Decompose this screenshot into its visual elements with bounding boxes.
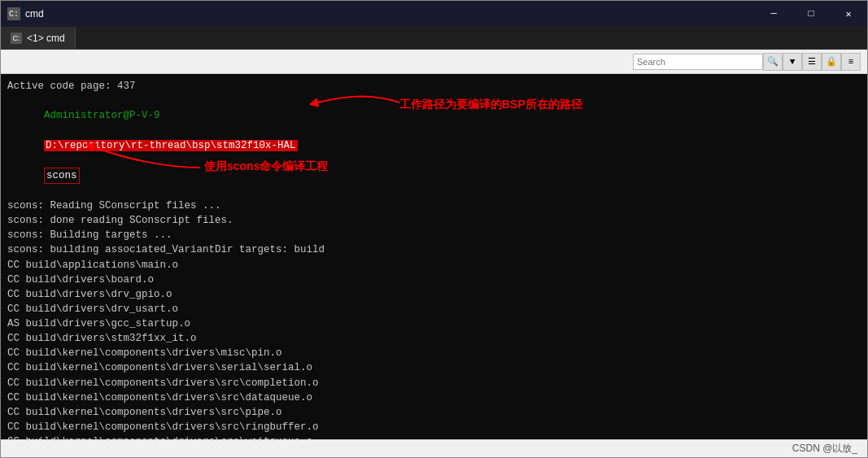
scons-command: scons [44,168,80,184]
terminal-line: scons: Reading SConscript files ... [7,198,861,213]
prompt-end [44,155,50,166]
terminal-line: CC build\kernel\components\drivers\seria… [7,360,861,375]
terminal-output: scons: Reading SConscript files ...scons… [7,198,861,439]
window: C: cmd ─ □ ✕ C: <1> cmd 🔍 ▼ ☰ 🔒 ≡ Active… [0,0,868,458]
search-input[interactable] [633,54,763,70]
terminal-line: AS build\drivers\gcc_startup.o [7,316,861,331]
view-button[interactable]: ☰ [802,53,822,71]
columns-button[interactable]: ≡ [841,53,861,71]
terminal-line: CC build\drivers\stm32f1xx_it.o [7,331,861,346]
search-box: 🔍 ▼ ☰ 🔒 ≡ [633,53,861,71]
lock-button[interactable]: 🔒 [822,53,841,71]
terminal-line: CC build\kernel\components\drivers\src\w… [7,434,861,439]
terminal-line-codepage: Active code page: 437 [7,79,861,94]
terminal-prompt-line: Administrator@P-V-9 D:\repository\rt-thr… [7,94,861,198]
bottom-bar: CSDN @以放_ [1,439,867,457]
terminal: Active code page: 437 Administrator@P-V-… [1,74,867,439]
prompt-user: Administrator@P-V-9 [44,110,160,121]
dropdown-button[interactable]: ▼ [783,53,802,71]
terminal-line: CC build\drivers\board.o [7,273,861,287]
terminal-line: CC build\kernel\components\drivers\src\c… [7,376,861,390]
window-title: cmd [25,8,44,20]
tab-bar: C: <1> cmd [1,27,867,50]
tab-icon: C: [11,33,22,44]
terminal-line: CC build\drivers\drv_usart.o [7,302,861,316]
search-button[interactable]: 🔍 [763,53,783,71]
tab-label: <1> cmd [27,33,65,44]
terminal-line: CC build\drivers\drv_gpio.o [7,287,861,302]
prompt-path: D:\repository\rt-thread\bsp\stm32f10x-HA… [44,140,298,151]
terminal-line: CC build\applications\main.o [7,258,861,273]
terminal-line: CC build\kernel\components\drivers\src\p… [7,405,861,420]
terminal-line: CC build\kernel\components\drivers\src\r… [7,420,861,434]
terminal-line: CC build\kernel\components\drivers\misc\… [7,346,861,360]
terminal-line: scons: Building targets ... [7,228,861,242]
watermark: CSDN @以放_ [792,442,857,456]
window-controls: ─ □ ✕ [755,1,867,27]
terminal-line: CC build\kernel\components\drivers\src\d… [7,390,861,405]
prompt-space [44,124,50,136]
maximize-button[interactable]: □ [792,1,830,27]
close-button[interactable]: ✕ [830,1,867,27]
title-bar: C: cmd ─ □ ✕ [1,1,867,27]
minimize-button[interactable]: ─ [755,1,792,27]
tab-1[interactable]: C: <1> cmd [1,27,76,49]
window-icon: C: [7,7,20,20]
terminal-line: scons: building associated_VariantDir ta… [7,242,861,257]
terminal-line: scons: done reading SConscript files. [7,213,861,228]
toolbar: 🔍 ▼ ☰ 🔒 ≡ [1,50,867,74]
